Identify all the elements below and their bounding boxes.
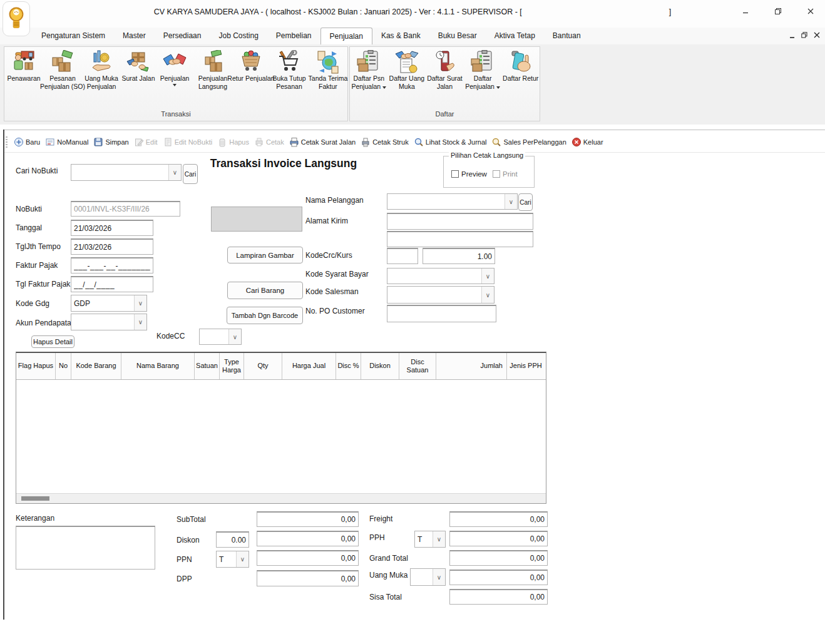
kode-crc-field[interactable] — [387, 248, 418, 264]
boxes-money-icon — [50, 50, 75, 74]
chevron-down-icon[interactable] — [236, 551, 249, 567]
cari-barang-button[interactable]: Cari Barang — [227, 282, 303, 299]
cari-nobukti-button[interactable]: Cari — [183, 164, 198, 184]
alamat-kirim-field-2[interactable] — [387, 231, 533, 247]
diskon-field[interactable] — [257, 531, 359, 546]
nobukti-field[interactable] — [71, 201, 180, 217]
preview-checkbox[interactable]: Preview — [451, 170, 487, 178]
kode-syarat-bayar-combo[interactable] — [387, 268, 494, 284]
tab-penjualan[interactable]: Penjualan — [320, 28, 372, 44]
lampiran-gambar-button[interactable]: Lampiran Gambar — [227, 247, 303, 263]
nama-pelanggan-combo[interactable] — [387, 193, 518, 210]
grand-total-field[interactable] — [449, 550, 548, 566]
chevron-down-icon[interactable] — [134, 314, 146, 330]
cari-pelanggan-button[interactable]: Cari — [518, 193, 533, 211]
ribbon-item-penawaran[interactable]: Penawaran — [4, 50, 43, 110]
mdi-minimize-button[interactable] — [789, 31, 795, 40]
toolbar-nomanual-button[interactable]: NoManual — [45, 137, 88, 147]
ribbon-item-daftar-penjualan[interactable]: Daftar Penjualan — [464, 50, 502, 110]
hapus-detail-button[interactable]: Hapus Detail — [31, 335, 74, 348]
toolbar-edit-nobukti-button: Edit NoBukti — [163, 137, 213, 147]
tambah-dgn-barcode-button[interactable]: Tambah Dgn Barcode — [227, 307, 303, 324]
faktur-pajak-field[interactable] — [71, 257, 153, 273]
tanggal-field[interactable] — [71, 220, 153, 236]
cari-nobukti-combo[interactable] — [71, 164, 182, 181]
tab-kas-bank[interactable]: Kas & Bank — [372, 28, 429, 44]
no-po-customer-field[interactable] — [387, 305, 496, 322]
toolbar-sales-perpelanggan-button[interactable]: Sales PerPelanggan — [491, 137, 566, 147]
application-window: CV KARYA SAMUDERA JAYA - ( localhost - K… — [0, 0, 825, 644]
ribbon-item-penjualan-langsung[interactable]: Penjualan Langsung — [193, 50, 232, 110]
mdi-restore-button[interactable] — [801, 31, 807, 40]
tgl-faktur-pajak-field[interactable] — [71, 276, 153, 292]
tab-persediaan[interactable]: Persediaan — [155, 28, 210, 44]
ribbon-item-pesanan-penjualan-so[interactable]: Pesanan Penjualan (SO) — [43, 50, 82, 110]
tab-bantuan[interactable]: Bantuan — [544, 28, 590, 44]
toolbar-lihat-stock-jurnal-button[interactable]: Lihat Stock & Jurnal — [414, 137, 487, 147]
ribbon-item-penjualan[interactable]: Penjualan — [156, 50, 193, 110]
ribbon-item-retur-penjualan[interactable]: Retur Penjualan — [232, 50, 270, 110]
keterangan-label: Keterangan — [16, 514, 54, 523]
tab-job-costing[interactable]: Job Costing — [210, 28, 267, 44]
toolbar-label: Edit NoBukti — [175, 138, 213, 146]
tab-pembelian[interactable]: Pembelian — [267, 28, 320, 44]
chevron-down-icon[interactable] — [481, 287, 494, 303]
restore-button[interactable] — [770, 4, 786, 18]
akun-pendapatan-combo[interactable] — [71, 314, 147, 330]
ppn-field[interactable] — [257, 550, 359, 566]
diskon-pct-field[interactable] — [216, 531, 249, 548]
akun-pendapatan-label: Akun Pendapatan — [16, 319, 75, 327]
chevron-down-icon[interactable] — [481, 268, 494, 284]
print-checkbox: Print — [493, 170, 518, 178]
alamat-kirim-field-1[interactable] — [387, 213, 533, 230]
tab-buku-besar[interactable]: Buku Besar — [429, 28, 486, 44]
ribbon-item-daftar-uang-muka[interactable]: Daftar Uang Muka — [388, 50, 426, 110]
chevron-down-icon[interactable] — [433, 531, 445, 547]
ribbon-group-caption: Daftar — [350, 110, 540, 121]
toolbar-baru-button[interactable]: Baru — [14, 137, 40, 147]
sisa-total-label: Sisa Total — [369, 593, 402, 601]
ribbon-group-transaksi: Penawaran Pesanan Penjualan (SO) — [4, 46, 348, 121]
uang-muka-field[interactable] — [449, 570, 548, 585]
ribbon-item-daftar-psn-penjualan[interactable]: Daftar Psn Penjualan — [350, 50, 388, 110]
minimize-button[interactable] — [737, 4, 754, 18]
chevron-down-icon[interactable] — [168, 165, 181, 180]
kurs-field[interactable] — [423, 248, 495, 264]
mdi-close-button[interactable] — [814, 31, 820, 40]
tab-pengaturan-sistem[interactable]: Pengaturan Sistem — [33, 28, 114, 44]
chevron-down-icon[interactable] — [505, 194, 517, 209]
kode-gdg-combo[interactable]: GDP — [71, 295, 147, 312]
ribbon-item-daftar-retur[interactable]: Daftar Retur — [501, 50, 540, 110]
app-logo[interactable] — [3, 1, 30, 36]
toolbar-cetak-struk-button[interactable]: Cetak Struk — [361, 137, 408, 147]
ribbon-item-daftar-surat-jalan[interactable]: Daftar Surat Jalan — [426, 50, 464, 110]
toolbar-keluar-button[interactable]: Keluar — [571, 137, 603, 147]
grid-horizontal-scrollbar[interactable] — [16, 493, 546, 503]
tab-master[interactable]: Master — [114, 28, 155, 44]
chevron-down-icon[interactable] — [134, 295, 146, 311]
keterangan-field[interactable] — [16, 526, 155, 570]
freight-field[interactable] — [449, 511, 548, 527]
uang-muka-combo[interactable] — [410, 568, 446, 586]
pph-field[interactable] — [449, 531, 548, 546]
close-button[interactable] — [802, 4, 819, 18]
tab-aktiva-tetap[interactable]: Aktiva Tetap — [486, 28, 544, 44]
subtotal-field[interactable] — [257, 511, 359, 527]
kode-salesman-combo[interactable] — [387, 286, 494, 304]
dpp-field[interactable] — [257, 570, 359, 586]
kode-cc-combo[interactable] — [199, 329, 242, 345]
toolbar-simpan-button[interactable]: Simpan — [93, 137, 128, 147]
pph-combo[interactable]: T — [414, 531, 446, 548]
freight-label: Freight — [369, 514, 392, 523]
toolbar-cetak-surat-jalan-button[interactable]: Cetak Surat Jalan — [289, 137, 356, 147]
chevron-down-icon[interactable] — [228, 329, 241, 344]
ribbon-item-buka-tutup-pesanan[interactable]: Buka Tutup Pesanan — [270, 50, 309, 110]
ribbon-item-label: Daftar Uang Muka — [389, 74, 425, 90]
ribbon-item-tanda-terima-faktur[interactable]: Tanda Terima Faktur — [309, 50, 347, 110]
sisa-total-field[interactable] — [449, 589, 548, 605]
chevron-down-icon[interactable] — [433, 569, 445, 585]
ppn-combo[interactable]: T — [216, 551, 249, 568]
tgl-jth-tempo-field[interactable] — [71, 238, 153, 255]
window-title: CV KARYA SAMUDERA JAYA - ( localhost - K… — [0, 8, 825, 16]
scrollbar-thumb[interactable] — [21, 496, 49, 501]
